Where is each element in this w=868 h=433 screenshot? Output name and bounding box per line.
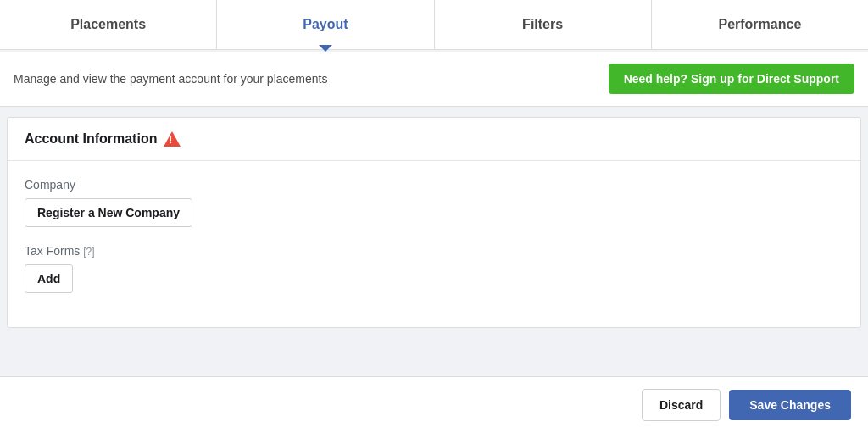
section-title: Account Information [25, 131, 157, 147]
tax-forms-label: Tax Forms [?] [25, 244, 843, 258]
tax-forms-field-group: Tax Forms [?] Add [25, 244, 843, 293]
register-company-button[interactable]: Register a New Company [25, 198, 192, 227]
company-field-group: Company Register a New Company [25, 178, 843, 227]
tax-forms-help: [?] [83, 246, 94, 258]
tab-bar: Placements Payout Filters Performance [0, 0, 868, 50]
info-bar-text: Manage and view the payment account for … [14, 72, 327, 86]
alert-triangle-icon [164, 131, 181, 147]
tab-payout[interactable]: Payout [217, 0, 434, 49]
support-button[interactable]: Need help? Sign up for Direct Support [609, 64, 854, 94]
save-changes-button[interactable]: Save Changes [729, 390, 851, 420]
tab-performance[interactable]: Performance [652, 0, 868, 49]
info-bar: Manage and view the payment account for … [0, 52, 868, 107]
company-label: Company [25, 178, 843, 192]
account-info-card: Account Information Company Register a N… [7, 117, 861, 328]
footer-bar: Discard Save Changes [0, 376, 868, 433]
add-tax-form-button[interactable]: Add [25, 264, 73, 293]
warning-icon [164, 131, 181, 147]
tab-filters[interactable]: Filters [435, 0, 652, 49]
tab-placements[interactable]: Placements [0, 0, 217, 49]
section-body: Company Register a New Company Tax Forms… [8, 161, 860, 327]
discard-button[interactable]: Discard [642, 389, 721, 421]
section-header: Account Information [8, 118, 860, 161]
main-content: Account Information Company Register a N… [0, 107, 868, 376]
